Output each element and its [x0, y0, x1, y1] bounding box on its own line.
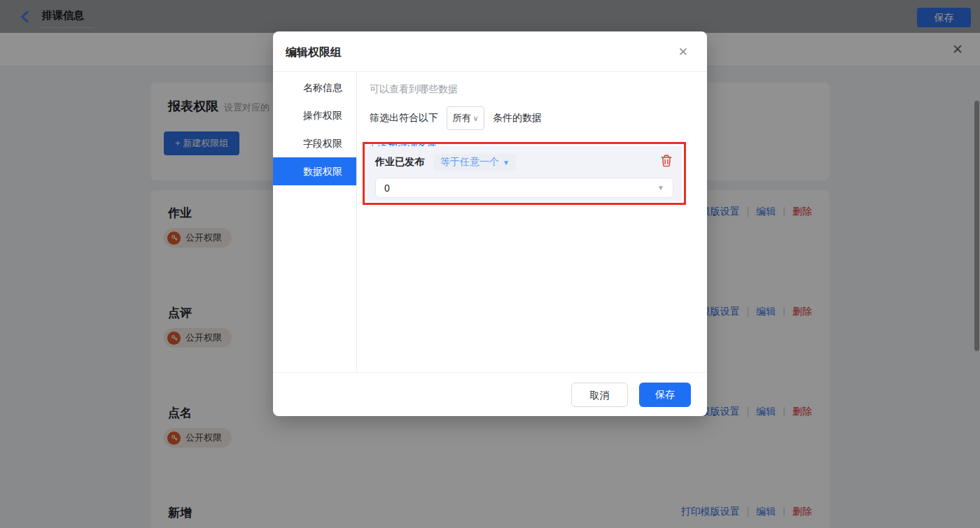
operator-value: 等于任意一个 [440, 156, 499, 167]
filter-condition-card: 作业已发布 等于任意一个▼ 0 ▼ [367, 146, 682, 201]
data-permission-pane: 可以查看到哪些数据 筛选出符合以下 所有 ∨ 条件的数据 + 添加过滤条件 作业… [357, 72, 707, 372]
tab-data-permission[interactable]: 数据权限 [273, 157, 356, 185]
data-scope-hint: 可以查看到哪些数据 [370, 83, 686, 96]
modal-header: 编辑权限组 ✕ [273, 31, 707, 72]
condition-header-row: 作业已发布 等于任意一个▼ [375, 153, 673, 171]
match-mode-value: 所有 [452, 112, 470, 124]
save-button[interactable]: 保存 [639, 383, 691, 407]
filter-prefix-label: 筛选出符合以下 [370, 112, 438, 124]
match-mode-select[interactable]: 所有 ∨ [447, 106, 484, 130]
modal-title: 编辑权限组 [286, 45, 342, 60]
filter-match-row: 筛选出符合以下 所有 ∨ 条件的数据 [370, 106, 686, 130]
modal-close-icon[interactable]: ✕ [678, 45, 688, 59]
caret-down-icon: ▼ [503, 159, 510, 166]
condition-field-label: 作业已发布 [375, 156, 424, 169]
filter-suffix-label: 条件的数据 [493, 112, 542, 124]
tab-name-info[interactable]: 名称信息 [273, 73, 356, 101]
modal-tabs: 名称信息 操作权限 字段权限 数据权限 [273, 72, 357, 372]
cancel-button[interactable]: 取消 [571, 383, 628, 407]
condition-value-select[interactable]: 0 ▼ [375, 178, 673, 198]
condition-operator-dropdown[interactable]: 等于任意一个▼ [434, 154, 516, 171]
trash-icon[interactable] [661, 155, 672, 167]
chevron-down-icon: ∨ [472, 114, 478, 123]
highlight-annotation-box: 作业已发布 等于任意一个▼ 0 ▼ [363, 142, 686, 205]
tab-field-permission[interactable]: 字段权限 [273, 129, 356, 157]
condition-value: 0 [384, 183, 390, 194]
modal-footer: 取消 保存 [273, 372, 707, 416]
tab-operation-permission[interactable]: 操作权限 [273, 101, 356, 129]
caret-down-icon: ▼ [657, 184, 664, 192]
edit-permission-group-modal: 编辑权限组 ✕ 名称信息 操作权限 字段权限 数据权限 可以查看到哪些数据 筛选… [273, 31, 707, 416]
modal-body: 名称信息 操作权限 字段权限 数据权限 可以查看到哪些数据 筛选出符合以下 所有… [273, 72, 707, 372]
